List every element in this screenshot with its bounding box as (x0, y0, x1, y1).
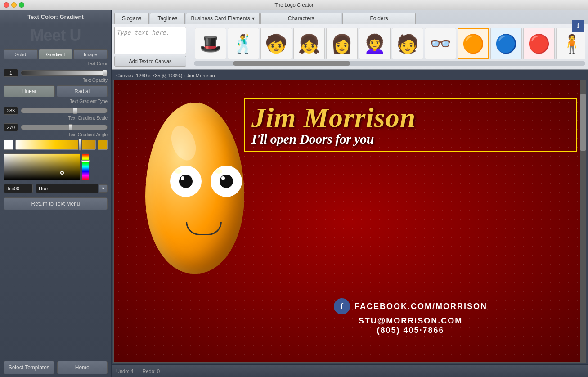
character-4[interactable]: 👧 (293, 28, 325, 59)
canvas-mascot[interactable] (132, 89, 258, 292)
slogans-tab[interactable]: Slogans (114, 13, 149, 24)
undo-status: Undo: 4 (116, 368, 134, 374)
left-panel-bottom: Select Templates Home (0, 358, 111, 377)
add-text-to-canvas-btn[interactable]: Add Text to Canvas (114, 56, 186, 67)
character-3[interactable]: 🧒 (260, 28, 292, 59)
opacity-label: Text Opacity (0, 78, 108, 83)
hex-input[interactable]: ffcc00 (4, 184, 33, 193)
angle-row: 270 (4, 123, 108, 131)
window-title: The Logo Creator (274, 2, 313, 8)
opacity-track[interactable] (21, 70, 108, 76)
scale-thumb[interactable] (73, 108, 77, 114)
divider (190, 27, 190, 67)
opacity-thumb[interactable] (103, 70, 107, 76)
scale-value[interactable]: 283 (4, 107, 18, 115)
color-gradient-bg (4, 154, 80, 180)
linear-btn[interactable]: Linear (4, 85, 55, 97)
business-card-label: Business Card Elements (191, 15, 250, 22)
watermark-text: Meet U (30, 26, 81, 45)
scale-label: Text Gradient Scale (0, 116, 108, 121)
angle-thumb[interactable] (68, 124, 73, 130)
redo-status: Redo: 0 (143, 368, 160, 374)
gradient-tab[interactable]: Gradient (39, 49, 73, 59)
gradient-strip-container (4, 140, 108, 150)
angle-value[interactable]: 270 (4, 123, 18, 131)
hue-bar[interactable] (82, 153, 89, 180)
canvas-text-box[interactable]: Jim Morrison I'll open Doors for you (244, 98, 577, 152)
gradient-thumb[interactable] (78, 139, 82, 151)
angle-label: Text Gradient Angle (0, 132, 108, 137)
right-area: f Slogans Taglines Business Card Element… (112, 10, 588, 377)
color-swatch-gold[interactable] (98, 140, 108, 150)
eye-shine-right (215, 169, 222, 174)
character-11[interactable]: 🔴 (523, 28, 555, 59)
scale-row: 283 (4, 107, 108, 115)
facebook-circle-icon[interactable]: f (334, 298, 350, 314)
canvas-scrollbar-v[interactable] (580, 80, 586, 362)
canvas-content[interactable]: Jim Morrison I'll open Doors for you f F… (114, 80, 586, 362)
tab-row: Slogans Taglines Business Card Elements … (112, 10, 588, 24)
characters-tab[interactable]: Characters (260, 13, 342, 24)
scrollbar-thumb (233, 61, 350, 66)
panel-header: Text Color: Gradient (0, 10, 111, 24)
character-8[interactable]: 👓 (425, 28, 456, 59)
color-cursor (60, 171, 64, 175)
character-2[interactable]: 🕺 (228, 28, 259, 59)
facebook-corner-icon[interactable]: f (572, 20, 584, 32)
text-input[interactable]: Type text here. (114, 27, 186, 54)
pupil-left (179, 175, 193, 188)
eye-shine-left (175, 169, 182, 174)
radial-btn[interactable]: Radial (57, 85, 108, 97)
image-tab[interactable]: Image (73, 49, 108, 59)
v-scrollbar-thumb (580, 94, 586, 150)
angle-track[interactable] (21, 125, 108, 130)
character-12[interactable]: 🧍 (556, 28, 585, 59)
scale-track[interactable] (21, 108, 108, 113)
titlebar: The Logo Creator (0, 0, 588, 10)
home-btn[interactable]: Home (57, 361, 108, 374)
character-9[interactable]: 🟠 (458, 28, 489, 59)
character-7[interactable]: 🧑 (392, 28, 423, 59)
solid-tab[interactable]: Solid (4, 49, 38, 59)
canvas-phone: (805) 405·7866 (244, 326, 577, 335)
taglines-tab[interactable]: Taglines (150, 13, 185, 24)
color-gradient-box[interactable] (4, 153, 80, 180)
select-templates-btn[interactable]: Select Templates (4, 361, 54, 374)
hue-select-container: Hue ▼ (36, 184, 108, 193)
maximize-button[interactable] (19, 2, 24, 8)
pupil-right (220, 175, 233, 188)
top-toolbar: Slogans Taglines Business Card Elements … (112, 10, 588, 70)
facebook-url: FACEBOOK.COM/MORRISON (355, 302, 487, 311)
hue-label: Hue (36, 184, 98, 193)
dropdown-arrow-icon: ▾ (252, 15, 255, 22)
color-picker-area (4, 153, 108, 180)
character-10[interactable]: 🔵 (490, 28, 522, 59)
character-1[interactable]: 🎩 (195, 28, 226, 59)
hue-dropdown-arrow[interactable]: ▼ (99, 184, 108, 193)
text-input-area: Type text here. Add Text to Canvas (114, 27, 186, 67)
watermark-area: Meet U (0, 24, 111, 47)
return-to-text-menu-btn[interactable]: Return to Text Menu (4, 197, 108, 210)
color-swatch-white[interactable] (4, 140, 13, 150)
opacity-value[interactable]: 1 (4, 69, 18, 77)
hue-thumb[interactable] (81, 160, 90, 162)
canvas-tagline: I'll open Doors for you (251, 131, 570, 147)
h-scrollbar-thumb (137, 362, 373, 363)
character-5[interactable]: 👩 (326, 28, 358, 59)
folders-tab[interactable]: Folders (342, 13, 415, 24)
left-panel: Text Color: Gradient Meet U Solid Gradie… (0, 10, 112, 377)
char-scrollbar-h[interactable] (194, 61, 585, 66)
gradient-type-btns: Linear Radial (4, 85, 108, 97)
minimize-button[interactable] (11, 2, 17, 8)
opacity-row: 1 (4, 69, 108, 77)
content-row: Type text here. Add Text to Canvas 🎩 🕺 🧒 (112, 24, 588, 69)
gradient-type-label: Text Gradient Type (0, 99, 108, 104)
color-tabs: Solid Gradient Image (4, 49, 108, 59)
business-card-tab[interactable]: Business Card Elements ▾ (186, 13, 259, 24)
facebook-row: f FACEBOOK.COM/MORRISON (244, 298, 577, 314)
close-button[interactable] (4, 2, 9, 8)
main-area: Text Color: Gradient Meet U Solid Gradie… (0, 10, 588, 377)
gradient-strip[interactable] (15, 140, 96, 150)
character-6[interactable]: 👩‍🦱 (359, 28, 391, 59)
canvas-scrollbar-h[interactable] (114, 362, 586, 363)
